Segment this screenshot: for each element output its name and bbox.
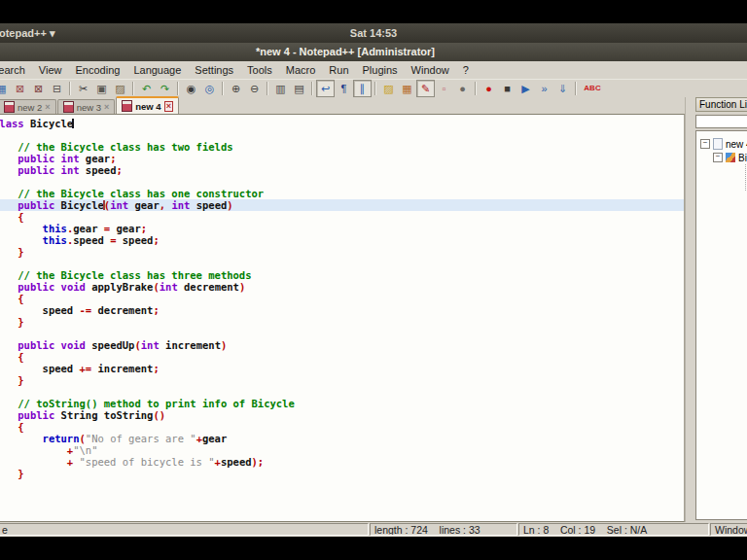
document-map-button[interactable]: ▦ bbox=[398, 80, 416, 97]
code-line-29: +"\n" bbox=[0, 444, 684, 456]
code-token: ) bbox=[239, 281, 245, 293]
indent-guide-icon: ∥ bbox=[360, 81, 366, 96]
macro-play-button[interactable]: ▶ bbox=[516, 80, 535, 97]
copy-button[interactable]: ▣ bbox=[92, 80, 111, 97]
code-line-14: // the Bicycle class has three methods bbox=[0, 269, 684, 281]
menu-run[interactable]: Run bbox=[322, 62, 355, 78]
menu-bar: SearchViewEncodingLanguageSettingsToolsM… bbox=[0, 61, 747, 79]
function-list-button[interactable]: ✎ bbox=[416, 80, 435, 97]
print-button[interactable]: ⊟ bbox=[48, 80, 66, 97]
menu-macro[interactable]: Macro bbox=[279, 62, 323, 78]
code-token: int bbox=[160, 281, 178, 293]
macro-stop-button[interactable]: ■ bbox=[498, 80, 516, 97]
tab-new-2[interactable]: new 2× bbox=[0, 99, 56, 114]
unsaved-document-icon bbox=[122, 100, 132, 112]
code-line-20: public void speedUp(int increment) bbox=[0, 339, 684, 351]
code-token bbox=[0, 444, 67, 456]
macro-save-button[interactable]: ⇓ bbox=[553, 80, 572, 97]
zoom-out-button[interactable]: ⊖ bbox=[245, 80, 264, 97]
document-column: new 2×new 3×new 4× class Bicycle // the … bbox=[0, 97, 685, 522]
tree-node-label: new 4 bbox=[726, 139, 747, 150]
menu-language[interactable]: Language bbox=[126, 62, 188, 78]
tree-collapse-icon[interactable]: − bbox=[713, 153, 723, 162]
code-token: ; bbox=[153, 234, 159, 246]
window-titlebar[interactable]: *new 4 - Notepad++ [Administrator] bbox=[0, 43, 747, 61]
undo-button[interactable]: ↶ bbox=[137, 80, 156, 97]
code-token: class bbox=[0, 118, 24, 129]
paste-button[interactable]: ▨ bbox=[111, 80, 129, 97]
toolbar-separator bbox=[475, 82, 477, 95]
code-token: decrement bbox=[178, 281, 239, 293]
tab-close-icon[interactable]: × bbox=[104, 103, 109, 112]
replace-icon: ◎ bbox=[205, 81, 215, 96]
code-token: String toString bbox=[54, 409, 153, 421]
function-list-search-input[interactable] bbox=[695, 115, 747, 128]
code-editor[interactable]: class Bicycle // the Bicycle class has t… bbox=[0, 114, 685, 522]
tab-close-icon[interactable]: × bbox=[45, 103, 50, 112]
tab-bar: new 2×new 3×new 4× bbox=[0, 97, 685, 114]
code-line-8: public Bicycle(int gear, int speed) bbox=[0, 199, 684, 211]
code-token: // the Bicycle class has two fields bbox=[18, 141, 232, 153]
zoom-out-icon: ⊖ bbox=[250, 81, 259, 96]
menu-window[interactable]: Window bbox=[405, 62, 456, 78]
word-wrap-button[interactable]: ↩ bbox=[316, 80, 335, 97]
code-token: void bbox=[61, 339, 86, 351]
status-bar: e length : 724 lines : 33 Ln : 8 Col : 1… bbox=[0, 522, 747, 537]
tab-close-icon[interactable]: × bbox=[164, 101, 173, 112]
menu-settings[interactable]: Settings bbox=[188, 62, 240, 78]
sync-vertical-icon: ▥ bbox=[275, 81, 285, 96]
code-line-3: // the Bicycle class has two fields bbox=[0, 141, 684, 153]
zoom-in-button[interactable]: ⊕ bbox=[227, 80, 245, 97]
close-all-button[interactable]: ⊠ bbox=[29, 80, 48, 97]
code-token: // toString() method to print info of Bi… bbox=[18, 398, 294, 409]
find-icon: ◉ bbox=[187, 81, 196, 96]
code-token: gear bbox=[80, 153, 111, 164]
close-button[interactable]: ⊠ bbox=[11, 80, 29, 97]
sync-vertical-button[interactable]: ▥ bbox=[271, 80, 290, 97]
code-token: public bbox=[18, 153, 54, 164]
code-token: "\n" bbox=[73, 444, 97, 456]
show-all-characters-button[interactable]: ¶ bbox=[335, 80, 353, 97]
macro-play-icon: ▶ bbox=[521, 81, 529, 96]
redo-button[interactable]: ↷ bbox=[156, 80, 174, 97]
spell-check-button[interactable]: ABC bbox=[580, 80, 605, 97]
code-token: speed bbox=[73, 234, 110, 246]
menu-help[interactable]: ? bbox=[456, 62, 476, 78]
code-token: () bbox=[153, 409, 165, 421]
code-line-4: public int gear; bbox=[0, 153, 684, 164]
doc-switcher-button[interactable]: ▫ bbox=[435, 80, 453, 97]
menu-tools[interactable]: Tools bbox=[240, 62, 279, 78]
menu-view[interactable]: View bbox=[32, 62, 69, 78]
tab-new-3[interactable]: new 3× bbox=[57, 99, 116, 114]
tree-collapse-icon[interactable]: − bbox=[700, 139, 710, 149]
macro-save-icon: ⇓ bbox=[558, 81, 567, 96]
tab-new-4[interactable]: new 4× bbox=[116, 96, 179, 114]
function-list-node-Bicycle[interactable]: −Bicycle bbox=[700, 151, 747, 164]
function-list-node-new-4[interactable]: −new 4 bbox=[700, 137, 747, 151]
sync-horizontal-button[interactable]: ▤ bbox=[290, 80, 308, 97]
unsaved-document-icon bbox=[4, 101, 15, 113]
define-language-button[interactable]: ▨ bbox=[379, 80, 398, 97]
save-all-button[interactable]: ▦ bbox=[0, 80, 11, 97]
code-line-30: + "speed of bicycle is "+speed); bbox=[0, 456, 684, 468]
indent-guide-button[interactable]: ∥ bbox=[353, 80, 372, 97]
status-length-lines: length : 724 lines : 33 bbox=[370, 523, 517, 536]
panel-splitter[interactable] bbox=[685, 97, 694, 522]
find-button[interactable]: ◉ bbox=[182, 80, 200, 97]
menu-plugins[interactable]: Plugins bbox=[356, 62, 405, 78]
desktop: Notepad++ ▾ Sat 14:53 *new 4 - Notepad++… bbox=[0, 0, 747, 560]
menu-encoding[interactable]: Encoding bbox=[69, 62, 127, 78]
code-line-31: } bbox=[0, 468, 684, 479]
code-token: // the Bicycle class has one constructor bbox=[18, 188, 264, 199]
monitoring-button[interactable]: ● bbox=[453, 80, 472, 97]
toolbar-separator bbox=[69, 82, 71, 95]
menu-search[interactable]: Search bbox=[0, 62, 32, 78]
code-token: public bbox=[18, 339, 54, 351]
macro-record-button[interactable]: ● bbox=[480, 80, 498, 97]
cut-button[interactable]: ✂ bbox=[74, 80, 92, 97]
code-token: } bbox=[18, 246, 23, 258]
code-token: this bbox=[43, 223, 67, 234]
macro-run-multiple-button[interactable]: » bbox=[535, 80, 553, 97]
replace-button[interactable]: ◎ bbox=[200, 80, 219, 97]
code-line-1: class Bicycle bbox=[0, 118, 684, 129]
